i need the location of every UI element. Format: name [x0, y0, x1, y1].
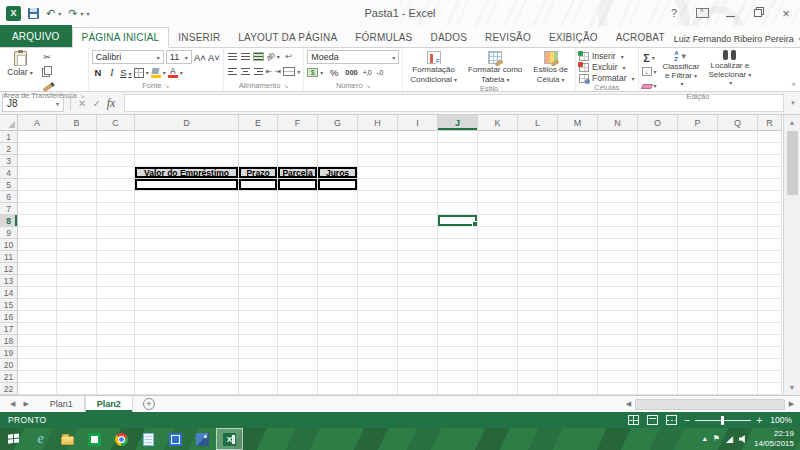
- cell[interactable]: [358, 299, 398, 311]
- cell[interactable]: [758, 323, 782, 335]
- cell[interactable]: [97, 335, 135, 347]
- cell[interactable]: [239, 299, 278, 311]
- cell[interactable]: [398, 383, 438, 395]
- zoom-out-icon[interactable]: −: [685, 415, 691, 426]
- column-header-G[interactable]: G: [318, 115, 358, 131]
- cell[interactable]: [57, 299, 97, 311]
- cell[interactable]: [438, 227, 478, 239]
- cell[interactable]: [398, 251, 438, 263]
- cell[interactable]: [638, 275, 678, 287]
- cell[interactable]: [278, 287, 318, 299]
- increase-decimal-button[interactable]: +,0: [363, 69, 371, 76]
- cell[interactable]: [478, 167, 518, 179]
- help-button[interactable]: ?: [660, 2, 688, 24]
- tab-inserir[interactable]: INSERIR: [169, 28, 229, 47]
- column-header-P[interactable]: P: [678, 115, 718, 131]
- cell[interactable]: [358, 287, 398, 299]
- cell[interactable]: [678, 239, 718, 251]
- cell[interactable]: [518, 347, 558, 359]
- cell[interactable]: [678, 287, 718, 299]
- cell[interactable]: [598, 215, 638, 227]
- excel-logo-icon[interactable]: X: [6, 6, 21, 21]
- cell[interactable]: [278, 251, 318, 263]
- cell[interactable]: [518, 299, 558, 311]
- cell[interactable]: [239, 371, 278, 383]
- cell[interactable]: [398, 347, 438, 359]
- cell[interactable]: [598, 239, 638, 251]
- cell[interactable]: [518, 311, 558, 323]
- cell[interactable]: [278, 335, 318, 347]
- cell[interactable]: [558, 167, 598, 179]
- cell[interactable]: [558, 179, 598, 191]
- font-dialog-launcher-icon[interactable]: ↘: [164, 82, 169, 89]
- action-center-flag-icon[interactable]: ⚑: [713, 435, 720, 443]
- cell[interactable]: [398, 179, 438, 191]
- cell[interactable]: [758, 371, 782, 383]
- cell[interactable]: [358, 131, 398, 143]
- format-as-table-button[interactable]: Formatar como Tabela: [464, 50, 526, 84]
- cell[interactable]: [638, 131, 678, 143]
- font-size-select[interactable]: 11▾: [166, 50, 192, 64]
- cell[interactable]: [638, 335, 678, 347]
- cell[interactable]: [97, 203, 135, 215]
- chrome-button[interactable]: [108, 428, 135, 450]
- cell[interactable]: [318, 287, 358, 299]
- tab-página-inicial[interactable]: PÁGINA INICIAL: [72, 27, 170, 48]
- align-right-button[interactable]: [253, 67, 264, 76]
- column-header-R[interactable]: R: [758, 115, 782, 131]
- cell[interactable]: [478, 263, 518, 275]
- app-window-button[interactable]: [162, 428, 189, 450]
- cell[interactable]: [598, 299, 638, 311]
- cell[interactable]: [97, 371, 135, 383]
- cell[interactable]: [678, 347, 718, 359]
- cell[interactable]: [718, 263, 758, 275]
- column-header-O[interactable]: O: [638, 115, 678, 131]
- cell[interactable]: [638, 179, 678, 191]
- cell[interactable]: [398, 131, 438, 143]
- collapse-ribbon-icon[interactable]: ˄: [791, 80, 796, 89]
- cell[interactable]: [438, 287, 478, 299]
- cell[interactable]: [518, 383, 558, 395]
- cell[interactable]: [638, 323, 678, 335]
- cell[interactable]: [398, 323, 438, 335]
- cell[interactable]: [718, 251, 758, 263]
- restore-button[interactable]: [744, 2, 772, 24]
- cell[interactable]: [718, 179, 758, 191]
- cell[interactable]: [478, 239, 518, 251]
- cell[interactable]: [478, 323, 518, 335]
- cell[interactable]: [18, 359, 57, 371]
- table-body-cell[interactable]: [135, 179, 239, 191]
- cell[interactable]: [358, 239, 398, 251]
- fill-button[interactable]: ↓: [642, 65, 657, 78]
- cell[interactable]: [478, 203, 518, 215]
- cell[interactable]: [97, 215, 135, 227]
- cell[interactable]: [518, 335, 558, 347]
- cell[interactable]: [598, 311, 638, 323]
- cell[interactable]: [358, 251, 398, 263]
- media-app-button[interactable]: [189, 428, 216, 450]
- alignment-dialog-launcher-icon[interactable]: ↘: [283, 82, 288, 89]
- cell[interactable]: [239, 335, 278, 347]
- cell[interactable]: [438, 239, 478, 251]
- cell[interactable]: [518, 155, 558, 167]
- cell[interactable]: [558, 275, 598, 287]
- cell[interactable]: [718, 215, 758, 227]
- cell[interactable]: [758, 263, 782, 275]
- cell[interactable]: [478, 215, 518, 227]
- cell[interactable]: [239, 191, 278, 203]
- cell[interactable]: [438, 311, 478, 323]
- cell[interactable]: [558, 143, 598, 155]
- row-header-20[interactable]: 20: [0, 359, 18, 371]
- cell[interactable]: [718, 227, 758, 239]
- cell[interactable]: [57, 155, 97, 167]
- zoom-level[interactable]: 100%: [770, 415, 792, 425]
- cell[interactable]: [239, 287, 278, 299]
- cell[interactable]: [758, 383, 782, 395]
- cell[interactable]: [598, 227, 638, 239]
- cell[interactable]: [318, 275, 358, 287]
- column-header-B[interactable]: B: [57, 115, 97, 131]
- cell[interactable]: [135, 371, 239, 383]
- cell[interactable]: [478, 275, 518, 287]
- cell[interactable]: [135, 251, 239, 263]
- cell[interactable]: [135, 143, 239, 155]
